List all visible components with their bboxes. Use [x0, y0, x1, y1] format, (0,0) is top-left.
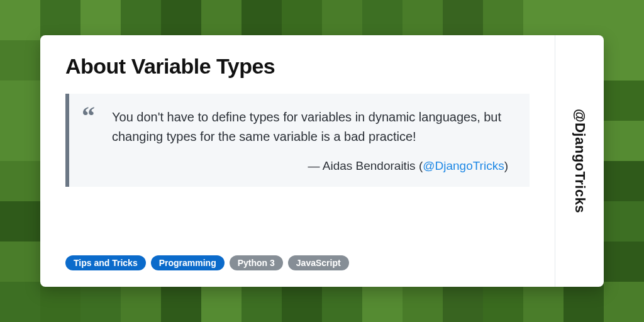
tag-pill[interactable]: Programming — [151, 255, 225, 270]
tag-list: Tips and TricksProgrammingPython 3JavaSc… — [65, 255, 530, 270]
main-column: About Variable Types “ You don't have to… — [40, 35, 555, 287]
sidebar-handle: @DjangoTricks — [572, 109, 588, 213]
attribution-suffix: ) — [504, 159, 508, 172]
tag-pill[interactable]: Tips and Tricks — [65, 255, 146, 270]
attribution-prefix: — Aidas Bendoraitis ( — [308, 159, 423, 172]
tag-pill[interactable]: Python 3 — [230, 255, 283, 270]
sidebar: @DjangoTricks — [555, 35, 604, 287]
quote-attribution: — Aidas Bendoraitis (@DjangoTricks) — [112, 159, 508, 173]
quote-mark-icon: “ — [82, 103, 95, 129]
tag-pill[interactable]: JavaScript — [288, 255, 349, 270]
page-title: About Variable Types — [65, 54, 530, 79]
quote-block: “ You don't have to define types for var… — [65, 94, 530, 187]
attribution-handle-link[interactable]: @DjangoTricks — [423, 159, 504, 172]
content-card: About Variable Types “ You don't have to… — [40, 35, 604, 287]
quote-text: You don't have to define types for varia… — [112, 108, 508, 147]
